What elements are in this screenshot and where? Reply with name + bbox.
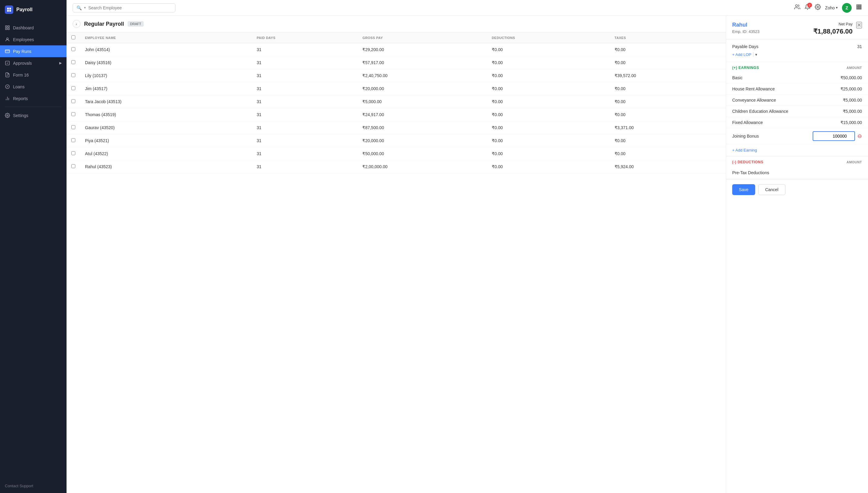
- row-checkbox-cell: [67, 69, 80, 82]
- row-deductions: ₹0.00: [487, 82, 610, 95]
- svg-rect-23: [857, 8, 858, 9]
- sidebar-item-employees[interactable]: Employees: [0, 34, 67, 45]
- row-employee-name: Jim (43517): [80, 82, 252, 95]
- panel-emp-id: Emp. ID: 43523: [732, 29, 759, 34]
- add-lop-label: + Add LOP: [732, 52, 751, 57]
- svg-rect-19: [860, 5, 861, 6]
- row-deductions: ₹0.00: [487, 108, 610, 121]
- earnings-amount-label: AMOUNT: [847, 66, 862, 69]
- col-gross-pay: GROSS PAY: [357, 33, 487, 43]
- sidebar-item-label-settings: Settings: [13, 113, 28, 118]
- panel-header: Rahul Emp. ID: 43523 Net Pay ₹1,88,076.0…: [726, 16, 868, 39]
- settings-topbar-button[interactable]: [815, 4, 821, 12]
- search-input[interactable]: [88, 5, 172, 10]
- employees-icon: [5, 37, 10, 42]
- sidebar-item-reports[interactable]: Reports: [0, 92, 67, 104]
- row-paid-days: 31: [252, 160, 358, 173]
- select-all-checkbox[interactable]: [71, 36, 75, 39]
- search-dropdown-icon[interactable]: ▾: [84, 6, 86, 10]
- sidebar-item-pay-runs[interactable]: Pay Runs: [0, 45, 67, 57]
- lop-dropdown-icon[interactable]: ▾: [755, 52, 757, 57]
- row-checkbox[interactable]: [71, 125, 75, 129]
- table-row[interactable]: Daisy (43516) 31 ₹57,917.00 ₹0.00 ₹0.00: [67, 56, 726, 69]
- earning-row: Conveyance Allowance ₹5,000.00: [726, 95, 868, 106]
- earnings-list: Basic ₹50,000.00 House Rent Allowance ₹2…: [726, 72, 868, 128]
- settings-icon: [5, 113, 10, 118]
- row-deductions: ₹0.00: [487, 95, 610, 108]
- cancel-button[interactable]: Cancel: [758, 184, 785, 195]
- row-checkbox[interactable]: [71, 138, 75, 142]
- contact-support[interactable]: Contact Support: [0, 479, 67, 493]
- earning-row: Fixed Allowance ₹15,000.00: [726, 117, 868, 128]
- sidebar-item-form16[interactable]: Form 16: [0, 69, 67, 81]
- row-taxes: ₹0.00: [610, 134, 726, 147]
- sidebar-item-settings[interactable]: Settings: [0, 109, 67, 121]
- add-earning-button[interactable]: + Add Earning: [732, 148, 757, 152]
- row-employee-name: Tara Jacob (43513): [80, 95, 252, 108]
- sidebar-item-label-reports: Reports: [13, 96, 28, 101]
- avatar[interactable]: Z: [842, 3, 852, 13]
- notification-button[interactable]: 2: [804, 4, 810, 12]
- row-checkbox[interactable]: [71, 99, 75, 103]
- table-row[interactable]: Jim (43517) 31 ₹20,000.00 ₹0.00 ₹0.00: [67, 82, 726, 95]
- table-row[interactable]: John (43514) 31 ₹29,200.00 ₹0.00 ₹0.00: [67, 43, 726, 56]
- table-row[interactable]: Atul (43522) 31 ₹50,000.00 ₹0.00 ₹0.00: [67, 147, 726, 160]
- table-row[interactable]: Lily (10137) 31 ₹2,40,750.00 ₹0.00 ₹39,5…: [67, 69, 726, 82]
- sidebar-item-label-approvals: Approvals: [13, 61, 32, 66]
- panel-employee-name: Rahul: [732, 22, 759, 28]
- table-row[interactable]: Tara Jacob (43513) 31 ₹5,000.00 ₹0.00 ₹0…: [67, 95, 726, 108]
- sidebar-item-loans[interactable]: Loans: [0, 81, 67, 92]
- row-taxes: ₹3,371.00: [610, 121, 726, 134]
- earning-row: Children Education Allowance ₹5,000.00: [726, 106, 868, 117]
- employee-detail-panel: Rahul Emp. ID: 43523 Net Pay ₹1,88,076.0…: [726, 16, 868, 493]
- add-lop-button[interactable]: + Add LOP: [732, 52, 751, 57]
- row-taxes: ₹5,924.00: [610, 160, 726, 173]
- pre-tax-row: Pre-Tax Deductions: [726, 167, 868, 179]
- table-row[interactable]: Gaurav (43520) 31 ₹87,500.00 ₹0.00 ₹3,37…: [67, 121, 726, 134]
- grid-apps-button[interactable]: [856, 4, 862, 12]
- select-all-col: [67, 33, 80, 43]
- table-row[interactable]: Rahul (43523) 31 ₹2,00,000.00 ₹0.00 ₹5,9…: [67, 160, 726, 173]
- row-employee-name: Rahul (43523): [80, 160, 252, 173]
- loans-icon: [5, 84, 10, 89]
- svg-rect-7: [8, 28, 9, 30]
- sidebar-item-dashboard[interactable]: Dashboard: [0, 22, 67, 34]
- save-button[interactable]: Save: [732, 184, 755, 195]
- row-checkbox[interactable]: [71, 86, 75, 90]
- earning-name: Basic: [732, 75, 742, 80]
- row-checkbox[interactable]: [71, 112, 75, 116]
- sidebar-item-approvals[interactable]: Approvals ▶: [0, 57, 67, 69]
- row-checkbox[interactable]: [71, 47, 75, 51]
- earning-amount: ₹50,000.00: [841, 75, 862, 80]
- people-icon-button[interactable]: [794, 4, 800, 12]
- row-employee-name: Thomas (43519): [80, 108, 252, 121]
- row-checkbox[interactable]: [71, 73, 75, 77]
- status-badge: DRAFT: [128, 21, 144, 27]
- sidebar-divider: [5, 107, 62, 107]
- earning-name: House Rent Allowance: [732, 86, 775, 91]
- panel-close-button[interactable]: ✕: [856, 22, 862, 28]
- row-deductions: ₹0.00: [487, 121, 610, 134]
- topbar: 🔍 ▾ 2 Zoho ▾ Z: [67, 0, 868, 16]
- row-taxes: ₹0.00: [610, 43, 726, 56]
- table-row[interactable]: Piya (43521) 31 ₹20,000.00 ₹0.00 ₹0.00: [67, 134, 726, 147]
- row-deductions: ₹0.00: [487, 56, 610, 69]
- back-button[interactable]: ‹: [72, 20, 81, 28]
- remove-joining-bonus-button[interactable]: ⊖: [858, 133, 862, 140]
- joining-bonus-input[interactable]: [813, 131, 855, 141]
- zoho-account-button[interactable]: Zoho ▾: [825, 5, 838, 10]
- row-paid-days: 31: [252, 147, 358, 160]
- table-row[interactable]: Thomas (43519) 31 ₹24,917.00 ₹0.00 ₹0.00: [67, 108, 726, 121]
- add-earning-label: + Add Earning: [732, 148, 757, 152]
- row-checkbox[interactable]: [71, 151, 75, 155]
- row-checkbox[interactable]: [71, 60, 75, 64]
- search-box[interactable]: 🔍 ▾: [72, 3, 175, 13]
- svg-rect-21: [858, 6, 860, 7]
- row-gross-pay: ₹24,917.00: [357, 108, 487, 121]
- sidebar-item-label-pay-runs: Pay Runs: [13, 49, 31, 54]
- row-taxes: ₹0.00: [610, 82, 726, 95]
- row-checkbox[interactable]: [71, 164, 75, 168]
- row-gross-pay: ₹2,40,750.00: [357, 69, 487, 82]
- col-taxes: TAXES: [610, 33, 726, 43]
- topbar-right: 2 Zoho ▾ Z: [794, 3, 862, 13]
